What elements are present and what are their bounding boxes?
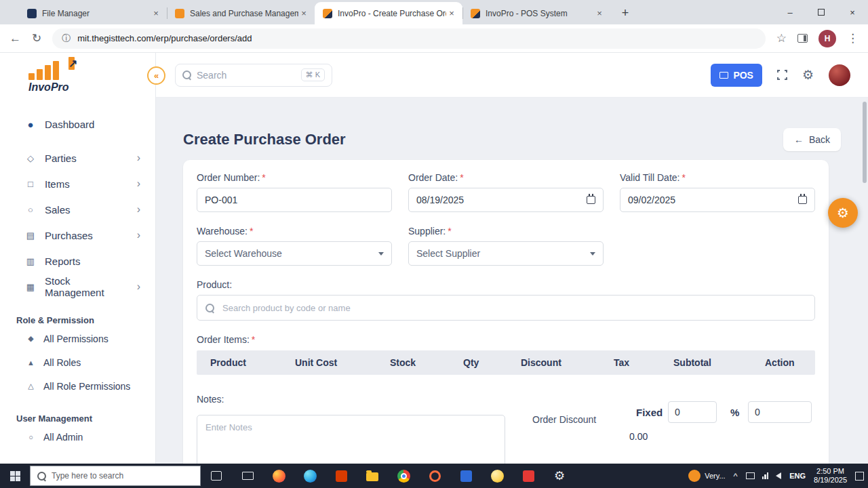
calendar-icon[interactable] (587, 196, 595, 204)
sidebar-item-all-admin[interactable]: ○ All Admin (0, 425, 155, 449)
notes-textarea[interactable] (197, 415, 505, 464)
order-items-label: Order Items: (197, 334, 250, 345)
sidebar-item-all-roles[interactable]: ▲ All Roles (0, 350, 155, 374)
tab-close-icon[interactable]: × (298, 8, 309, 19)
start-button[interactable] (0, 464, 30, 488)
fixed-discount-input[interactable] (668, 401, 717, 423)
warehouse-select[interactable]: Select Warehouse (197, 241, 392, 266)
col-discount: Discount (521, 357, 614, 368)
tray-app-badge[interactable]: Very... (688, 470, 725, 482)
sidebar-collapse-button[interactable]: « (147, 66, 165, 85)
back-button[interactable]: ← Back (783, 128, 841, 151)
calendar-icon[interactable] (798, 196, 807, 204)
tab-close-icon[interactable]: × (151, 8, 161, 19)
tab-close-icon[interactable]: × (446, 8, 457, 19)
taskbar-app-chrome-yellow[interactable] (481, 464, 513, 488)
tab-sales-purchase[interactable]: Sales and Purchase Manageme... × (167, 2, 315, 24)
sidebar-item-sales[interactable]: ○ Sales › (0, 197, 155, 222)
browser-menu-icon[interactable]: ⋮ (847, 31, 859, 45)
purchases-icon: ▤ (24, 230, 37, 241)
lock-icon: △ (26, 382, 36, 390)
pos-button[interactable]: POS (711, 64, 762, 87)
tray-clock[interactable]: 2:50 PM 8/19/2025 (814, 467, 847, 485)
global-search-input[interactable] (197, 70, 296, 81)
url-field[interactable]: ⓘ mit.thegisttech.com/erp/purchase/order… (52, 28, 766, 49)
tab-close-icon[interactable]: × (594, 8, 605, 19)
required-marker: * (448, 226, 451, 237)
required-marker: * (252, 334, 255, 345)
taskbar-app-file-explorer[interactable] (357, 464, 388, 488)
app-main: ⌘ K POS ⚙ Create Purchase Order ← (156, 53, 868, 464)
col-unit-cost: Unit Cost (295, 357, 390, 368)
sidebar-item-dashboard[interactable]: ● Dashboard (0, 111, 155, 137)
taskbar-app-browser-ring[interactable] (419, 464, 450, 488)
gear-icon[interactable]: ⚙ (802, 67, 814, 83)
fullscreen-icon[interactable] (777, 70, 787, 80)
order-number-input[interactable] (205, 195, 384, 205)
taskbar-search-placeholder: Type here to search (52, 471, 123, 481)
taskbar-app-red[interactable] (513, 464, 544, 488)
tray-network-icon[interactable] (762, 472, 769, 479)
product-search (197, 295, 815, 321)
close-button[interactable]: × (837, 0, 868, 24)
percent-discount-input[interactable] (748, 401, 812, 423)
side-panel-icon[interactable] (797, 34, 808, 43)
taskbar-app-edge[interactable] (294, 464, 326, 488)
bookmark-star-icon[interactable]: ☆ (776, 31, 787, 45)
taskbar-app-monitor[interactable] (232, 464, 263, 488)
order-date-input[interactable] (416, 195, 587, 205)
supplier-select[interactable]: Select Supplier (408, 241, 604, 266)
col-tax: Tax (614, 357, 673, 368)
parties-icon: ◇ (24, 153, 37, 163)
taskbar-app-office[interactable] (326, 464, 357, 488)
product-search-input[interactable] (222, 303, 806, 313)
tray-time: 2:50 PM (814, 467, 847, 476)
maximize-button[interactable] (806, 0, 837, 24)
taskbar-app-settings[interactable]: ⚙ (544, 464, 575, 488)
taskbar-app-blue[interactable] (450, 464, 481, 488)
gear-icon: ⚙ (837, 205, 849, 221)
taskbar-app-chrome[interactable] (388, 464, 419, 488)
tray-volume-icon[interactable] (776, 472, 781, 479)
sidebar-item-all-permissions[interactable]: ◆ All Permissions (0, 327, 155, 350)
tray-expand-chevron[interactable]: ^ (734, 471, 738, 481)
task-view-button[interactable] (201, 464, 232, 488)
sidebar-item-reports[interactable]: ▥ Reports (0, 248, 155, 274)
sidebar-item-purchases[interactable]: ▤ Purchases › (0, 222, 155, 248)
sidebar-item-items[interactable]: □ Items › (0, 171, 155, 197)
taskbar-search[interactable]: Type here to search (30, 466, 201, 486)
page-scrollbar-thumb[interactable] (863, 102, 867, 183)
sidebar-item-stock-management[interactable]: ▦ Stock Management › (0, 274, 155, 300)
orange-badge-icon (688, 470, 701, 482)
user-avatar[interactable] (829, 64, 850, 86)
theme-settings-fab[interactable]: ⚙ (828, 198, 858, 228)
tray-display-icon[interactable] (746, 472, 755, 479)
action-center-icon[interactable] (855, 472, 864, 481)
tray-language[interactable]: ENG (789, 472, 806, 480)
roles-icon: ▲ (26, 359, 36, 367)
warehouse-field: Warehouse: * Select Warehouse (197, 226, 392, 266)
global-search[interactable]: ⌘ K (175, 64, 332, 87)
site-info-icon[interactable]: ⓘ (62, 33, 71, 45)
tab-file-manager[interactable]: File Manager × (19, 2, 167, 24)
minimize-button[interactable]: – (774, 0, 806, 24)
taskbar-app-firefox[interactable] (263, 464, 294, 488)
discount-total-value: 0.00 (629, 431, 648, 442)
items-icon: □ (24, 179, 37, 189)
new-tab-button[interactable]: + (616, 3, 635, 22)
sidebar-item-parties[interactable]: ◇ Parties › (0, 145, 155, 171)
tab-pos-system[interactable]: InvoPro - POS System × (462, 2, 610, 24)
valid-till-label: Valid Till Date: (620, 172, 679, 183)
fixed-discount-label: Fixed (636, 407, 663, 418)
back-arrow-icon: ← (794, 134, 804, 145)
tab-create-purchase-order-active[interactable]: InvoPro - Create Purchase Ord... × (315, 2, 462, 24)
tab-title: InvoPro - Create Purchase Ord... (338, 9, 446, 18)
col-qty: Qty (463, 357, 521, 368)
back-icon[interactable]: ← (9, 32, 21, 45)
browser-profile-avatar[interactable]: H (818, 30, 836, 47)
notes-section: Notes: (197, 394, 505, 464)
refresh-icon[interactable]: ↻ (32, 31, 41, 45)
valid-till-input[interactable] (628, 195, 798, 205)
tray-date: 8/19/2025 (814, 476, 847, 485)
sidebar-item-all-role-permissions[interactable]: △ All Role Permissions (0, 374, 155, 398)
